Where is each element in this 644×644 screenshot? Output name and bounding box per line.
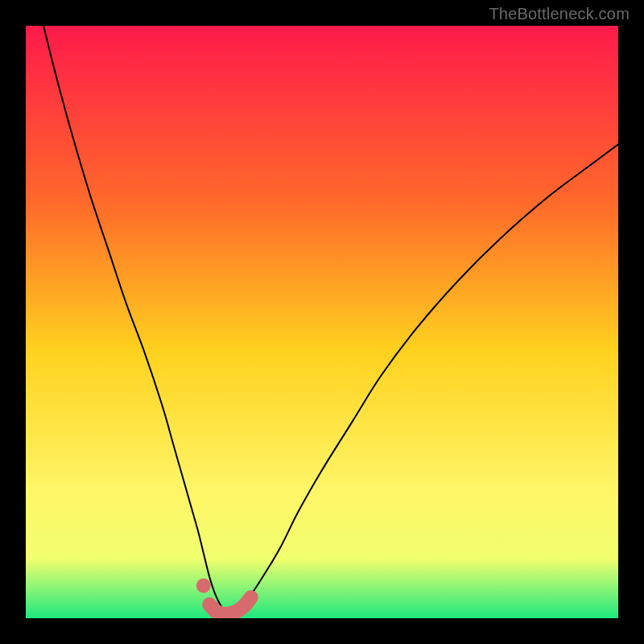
chart-frame: TheBottleneck.com — [0, 0, 644, 644]
gradient-background — [26, 26, 618, 618]
plot-area — [26, 26, 618, 618]
highlight-dot-icon — [196, 579, 211, 593]
bottleneck-chart — [26, 26, 618, 618]
watermark-text: TheBottleneck.com — [489, 5, 630, 23]
